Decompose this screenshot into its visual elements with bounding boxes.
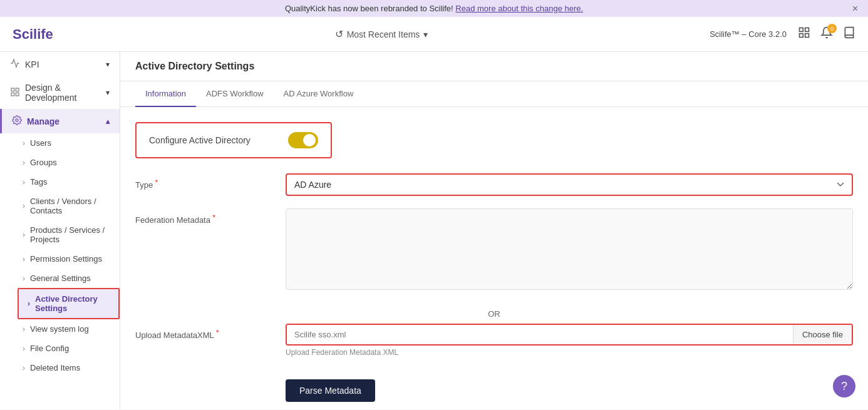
kpi-icon bbox=[10, 58, 20, 70]
page-header: Active Directory Settings bbox=[120, 52, 868, 81]
file-path-input[interactable] bbox=[287, 325, 793, 344]
sidebar-item-products[interactable]: › Products / Services / Projects bbox=[18, 220, 120, 249]
layout-icon-button[interactable] bbox=[798, 26, 810, 42]
sidebar-item-active-directory[interactable]: › Active Directory Settings bbox=[18, 288, 120, 319]
upload-control: Choose file Upload Federation Metadata X… bbox=[286, 324, 853, 357]
parse-metadata-button[interactable]: Parse Metadata bbox=[286, 379, 375, 402]
choose-file-button[interactable]: Choose file bbox=[793, 325, 852, 344]
notification-bell-button[interactable]: 0 bbox=[820, 26, 833, 42]
type-control: AD Azure ADFS bbox=[286, 173, 853, 196]
tabs-bar: Information ADFS Workflow AD Azure Workf… bbox=[120, 81, 868, 107]
sidebar-item-general[interactable]: › General Settings bbox=[18, 269, 120, 288]
banner-message: QualityKick has now been rebranded to Sc… bbox=[285, 4, 455, 13]
sidebar-item-tags[interactable]: › Tags bbox=[18, 172, 120, 192]
sidebar-item-view-log[interactable]: › View system log bbox=[18, 319, 120, 339]
header-right: Scilife™ – Core 3.2.0 0 bbox=[710, 26, 855, 42]
federation-metadata-row: Federation Metadata * bbox=[135, 208, 853, 292]
configure-label: Configure Active Directory bbox=[149, 135, 251, 145]
type-row: Type * AD Azure ADFS bbox=[135, 173, 853, 196]
type-select[interactable]: AD Azure ADFS bbox=[286, 173, 853, 196]
sidebar-item-file-config[interactable]: › File Config bbox=[18, 339, 120, 358]
svg-rect-2 bbox=[799, 34, 803, 38]
sidebar-users-label: Users bbox=[30, 138, 51, 148]
sidebar-item-users[interactable]: › Users bbox=[18, 133, 120, 153]
svg-rect-6 bbox=[11, 93, 14, 96]
arrow-right-icon: › bbox=[23, 139, 25, 148]
arrow-right-icon: › bbox=[23, 158, 25, 167]
design-icon bbox=[10, 87, 20, 99]
sidebar-item-groups[interactable]: › Groups bbox=[18, 153, 120, 172]
banner-close[interactable]: × bbox=[852, 3, 858, 14]
or-divider: OR bbox=[135, 304, 853, 324]
svg-rect-0 bbox=[799, 28, 803, 32]
help-button[interactable]: ? bbox=[833, 375, 855, 397]
sidebar-general-label: General Settings bbox=[30, 274, 91, 283]
configure-active-directory-box: Configure Active Directory bbox=[135, 122, 332, 158]
sidebar-item-clients[interactable]: › Clients / Vendors / Contacts bbox=[18, 192, 120, 220]
sidebar-kpi-label: KPI bbox=[25, 59, 39, 69]
configure-toggle[interactable] bbox=[288, 132, 318, 148]
form-section: Configure Active Directory Type * AD Azu… bbox=[120, 107, 868, 409]
sidebar-clients-label: Clients / Vendors / Contacts bbox=[30, 197, 110, 215]
sidebar-item-manage[interactable]: Manage ▴ bbox=[0, 109, 120, 133]
tab-adfs-workflow[interactable]: ADFS Workflow bbox=[196, 81, 274, 107]
sidebar-manage-label: Manage bbox=[27, 116, 59, 126]
sidebar-item-permission[interactable]: › Permission Settings bbox=[18, 249, 120, 269]
page-title: Active Directory Settings bbox=[135, 61, 853, 72]
chevron-down-icon: ▾ bbox=[106, 60, 110, 69]
upload-hint: Upload Federation Metadata XML bbox=[286, 348, 853, 357]
sidebar-tags-label: Tags bbox=[30, 177, 47, 187]
logo: Scilife bbox=[13, 26, 53, 43]
parse-button-row: Parse Metadata bbox=[135, 369, 853, 402]
federation-metadata-textarea[interactable] bbox=[286, 208, 853, 290]
header: Scilife ↺ Most Recent Items ▾ Scilife™ –… bbox=[0, 17, 868, 52]
arrow-right-icon: › bbox=[23, 202, 25, 210]
sidebar-item-kpi[interactable]: KPI ▾ bbox=[0, 52, 120, 76]
arrow-right-icon: › bbox=[23, 344, 25, 353]
top-banner: QualityKick has now been rebranded to Sc… bbox=[0, 0, 868, 17]
notification-badge: 0 bbox=[827, 24, 837, 33]
svg-rect-7 bbox=[16, 93, 19, 96]
tab-ad-azure-workflow[interactable]: AD Azure Workflow bbox=[274, 81, 364, 107]
federation-metadata-label: Federation Metadata * bbox=[135, 208, 273, 225]
file-upload-row: Choose file bbox=[286, 324, 853, 346]
chevron-down-icon: ▾ bbox=[106, 88, 110, 97]
manage-icon bbox=[12, 115, 22, 127]
layout: KPI ▾ Design & Development ▾ Manage ▴ › … bbox=[0, 52, 868, 409]
sidebar-active-directory-label: Active Directory Settings bbox=[35, 294, 110, 313]
svg-rect-5 bbox=[16, 88, 19, 91]
history-icon: ↺ bbox=[335, 28, 343, 40]
parse-button-wrap: Parse Metadata bbox=[286, 369, 853, 402]
tab-information[interactable]: Information bbox=[135, 81, 196, 107]
sidebar-item-deleted[interactable]: › Deleted Items bbox=[18, 358, 120, 377]
sidebar-file-config-label: File Config bbox=[30, 344, 69, 353]
sidebar-products-label: Products / Services / Projects bbox=[30, 225, 110, 244]
recent-items-button[interactable]: ↺ Most Recent Items ▾ bbox=[335, 28, 428, 40]
recent-items-label: Most Recent Items bbox=[347, 29, 420, 39]
chevron-up-icon: ▴ bbox=[106, 117, 110, 126]
arrow-right-icon: › bbox=[23, 178, 25, 187]
main-content: Active Directory Settings Information AD… bbox=[120, 52, 868, 409]
sidebar-item-design[interactable]: Design & Development ▾ bbox=[0, 76, 120, 109]
sidebar-permission-label: Permission Settings bbox=[30, 254, 102, 264]
question-mark-icon: ? bbox=[841, 380, 847, 393]
toggle-slider bbox=[288, 132, 318, 148]
sidebar: KPI ▾ Design & Development ▾ Manage ▴ › … bbox=[0, 52, 120, 409]
svg-rect-3 bbox=[805, 34, 809, 38]
sidebar-sub-items: › Users › Groups › Tags › Clients / Vend… bbox=[0, 133, 120, 377]
book-icon-button[interactable] bbox=[843, 26, 855, 42]
arrow-right-icon: › bbox=[23, 325, 25, 334]
upload-metadata-row: Upload MetadataXML * Choose file Upload … bbox=[135, 324, 853, 357]
sidebar-view-log-label: View system log bbox=[30, 324, 89, 334]
svg-point-8 bbox=[16, 119, 18, 121]
arrow-right-icon: › bbox=[23, 274, 25, 283]
upload-label: Upload MetadataXML * bbox=[135, 324, 273, 340]
sidebar-design-label: Design & Development bbox=[25, 83, 101, 103]
banner-link[interactable]: Read more about this change here. bbox=[455, 4, 583, 13]
chevron-down-icon: ▾ bbox=[423, 29, 428, 39]
arrow-right-icon: › bbox=[28, 299, 30, 308]
arrow-right-icon: › bbox=[23, 230, 25, 239]
version-label: Scilife™ – Core 3.2.0 bbox=[710, 29, 787, 39]
arrow-right-icon: › bbox=[23, 255, 25, 264]
sidebar-groups-label: Groups bbox=[30, 158, 57, 167]
